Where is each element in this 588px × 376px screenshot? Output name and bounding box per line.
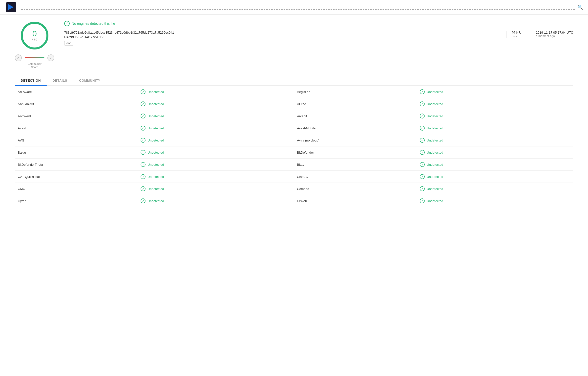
status-text-right: Undetected: [427, 175, 443, 179]
status-text-left: Undetected: [147, 163, 164, 166]
header: 783cf9701ade2d8aac45bbcc35234b471e0dbb1f…: [0, 0, 588, 15]
no-engines-icon: ✓: [64, 21, 70, 26]
status-text-left: Undetected: [147, 126, 164, 130]
av-name-left: Ad-Aware: [15, 86, 138, 98]
table-row: BitDefenderTheta ✓ Undetected Bkav ✓ Und…: [15, 159, 573, 171]
score-text: 0 / 59: [32, 30, 37, 42]
av-name-right: Bkav: [294, 159, 417, 171]
file-info: 783cf9701ade2d8aac45bbcc35234b471e0dbb1f…: [64, 31, 501, 46]
status-icon-left: ✓: [141, 138, 146, 143]
search-input[interactable]: 783cf9701ade2d8aac45bbcc35234b471e0dbb1f…: [21, 5, 575, 10]
av-name-right: ClamAV: [294, 171, 417, 183]
av-status-left: ✓ Undetected: [138, 122, 294, 134]
av-status-left: ✓ Undetected: [138, 171, 294, 183]
status-icon-left: ✓: [141, 114, 146, 118]
status-icon-right: ✓: [420, 174, 425, 179]
table-row: Avast ✓ Undetected Avast-Mobile ✓ Undete…: [15, 122, 573, 134]
status-text-right: Undetected: [427, 126, 443, 130]
file-date-block: 2019-11-17 05:17:04 UTC a moment ago: [531, 31, 573, 38]
thumbs-down-button[interactable]: ✕: [15, 54, 22, 61]
av-status-left: ✓ Undetected: [138, 134, 294, 146]
status-text-right: Undetected: [427, 114, 443, 118]
status-icon-right: ✓: [420, 198, 425, 203]
status-text-right: Undetected: [427, 187, 443, 191]
tab-detection[interactable]: DETECTION: [15, 76, 47, 85]
av-status-right: ✓ Undetected: [417, 159, 573, 171]
tab-community[interactable]: COMMUNITY: [73, 76, 106, 85]
av-status-right: ✓ Undetected: [417, 86, 573, 98]
status-text-left: Undetected: [147, 151, 164, 154]
status-icon-left: ✓: [141, 126, 146, 131]
tab-details[interactable]: DETAILS: [47, 76, 73, 85]
no-engines-row: ✓ No engines detected this file: [64, 21, 573, 26]
table-row: Ad-Aware ✓ Undetected AegisLab ✓ Undetec…: [15, 86, 573, 98]
table-row: CMC ✓ Undetected Comodo ✓ Undetected: [15, 183, 573, 195]
community-label: Community Score: [28, 62, 42, 69]
av-name-left: AhnLab-V3: [15, 98, 138, 110]
table-row: Antiy-AVL ✓ Undetected Arcabit ✓ Undetec…: [15, 110, 573, 122]
av-name-right: ALYac: [294, 98, 417, 110]
av-name-left: Baidu: [15, 146, 138, 159]
av-name-left: CAT-QuickHeal: [15, 171, 138, 183]
av-status-right: ✓ Undetected: [417, 183, 573, 195]
av-status-left: ✓ Undetected: [138, 146, 294, 159]
status-icon-left: ✓: [141, 150, 146, 155]
av-status-left: ✓ Undetected: [138, 159, 294, 171]
av-status-right: ✓ Undetected: [417, 110, 573, 122]
search-button[interactable]: 🔍: [578, 4, 583, 10]
status-icon-left: ✓: [141, 162, 146, 167]
file-size-value: 26 KB: [511, 31, 526, 35]
av-name-left: Antiy-AVL: [15, 110, 138, 122]
file-tag: doc: [64, 41, 73, 46]
table-row: CAT-QuickHeal ✓ Undetected ClamAV ✓ Unde…: [15, 171, 573, 183]
status-text-right: Undetected: [427, 199, 443, 203]
status-icon-left: ✓: [141, 198, 146, 203]
av-name-left: CMC: [15, 183, 138, 195]
status-text-left: Undetected: [147, 175, 164, 179]
thumbs-up-button[interactable]: ✓: [47, 54, 54, 61]
av-name-right: Avira (no cloud): [294, 134, 417, 146]
av-status-right: ✓ Undetected: [417, 134, 573, 146]
status-icon-right: ✓: [420, 138, 425, 143]
status-icon-right: ✓: [420, 126, 425, 131]
table-row: AhnLab-V3 ✓ Undetected ALYac ✓ Undetecte…: [15, 98, 573, 110]
av-name-left: Avast: [15, 122, 138, 134]
av-status-left: ✓ Undetected: [138, 110, 294, 122]
community-bar: [25, 57, 44, 58]
score-value: 0: [32, 30, 37, 38]
status-text-left: Undetected: [147, 139, 164, 142]
file-meta: 783cf9701ade2d8aac45bbcc35234b471e0dbb1f…: [64, 31, 573, 46]
main-content: 0 / 59 ✕ ✓ Community Score ✓ No engines …: [0, 15, 588, 213]
av-name-right: Comodo: [294, 183, 417, 195]
av-status-right: ✓ Undetected: [417, 122, 573, 134]
file-size-block: 26 KB Size: [506, 31, 526, 38]
table-row: Baidu ✓ Undetected BitDefender ✓ Undetec…: [15, 146, 573, 159]
community-row: ✕ ✓: [15, 54, 54, 61]
status-text-left: Undetected: [147, 187, 164, 191]
detection-table: Ad-Aware ✓ Undetected AegisLab ✓ Undetec…: [15, 86, 573, 207]
av-status-left: ✓ Undetected: [138, 183, 294, 195]
status-text-right: Undetected: [427, 90, 443, 94]
av-status-right: ✓ Undetected: [417, 195, 573, 207]
status-icon-right: ✓: [420, 186, 425, 191]
no-engines-text: No engines detected this file: [72, 22, 115, 25]
av-status-right: ✓ Undetected: [417, 171, 573, 183]
top-section: 0 / 59 ✕ ✓ Community Score ✓ No engines …: [15, 21, 573, 69]
av-status-left: ✓ Undetected: [138, 195, 294, 207]
info-section: ✓ No engines detected this file 783cf970…: [64, 21, 573, 46]
file-name: HACKED BY HACK404.doc: [64, 35, 501, 39]
av-name-left: AVG: [15, 134, 138, 146]
av-name-right: BitDefender: [294, 146, 417, 159]
tabs-bar: DETECTION DETAILS COMMUNITY: [15, 76, 573, 86]
status-text-right: Undetected: [427, 139, 443, 142]
status-text-left: Undetected: [147, 102, 164, 106]
table-row: AVG ✓ Undetected Avira (no cloud) ✓ Unde…: [15, 134, 573, 146]
av-status-right: ✓ Undetected: [417, 98, 573, 110]
score-circle: 0 / 59: [20, 21, 49, 50]
status-icon-right: ✓: [420, 101, 425, 106]
logo-icon: [5, 1, 17, 13]
av-name-right: AegisLab: [294, 86, 417, 98]
av-name-left: BitDefenderTheta: [15, 159, 138, 171]
av-name-left: Cyren: [15, 195, 138, 207]
status-text-right: Undetected: [427, 163, 443, 166]
